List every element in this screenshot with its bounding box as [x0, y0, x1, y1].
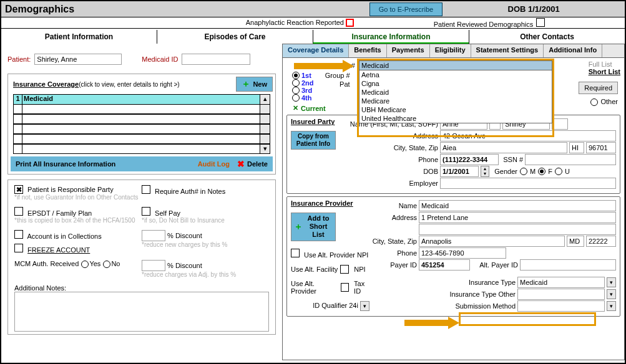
city-input[interactable] — [440, 142, 567, 153]
selfpay-checkbox[interactable] — [142, 207, 150, 216]
short-list-link[interactable]: Short List — [589, 68, 620, 75]
scroll-up-icon[interactable]: ▴ — [260, 95, 270, 104]
insurance-provider-title: Insurance Provider — [291, 199, 353, 207]
subtab-benefits[interactable]: Benefits — [349, 44, 386, 57]
prov-city-input[interactable] — [419, 236, 565, 247]
prov-state-input[interactable] — [567, 236, 584, 247]
mcm-yes-radio[interactable] — [81, 261, 89, 268]
require-auth-checkbox[interactable] — [142, 185, 150, 194]
insurance-option[interactable]: Aetna — [359, 70, 552, 79]
alt-payer-id-label: Alt. Payer ID — [472, 261, 518, 269]
freeze-checkbox[interactable] — [14, 244, 23, 252]
anaphylactic-checkbox[interactable] — [346, 19, 354, 27]
ip-dob-input[interactable] — [440, 166, 479, 177]
insurance-row[interactable] — [13, 104, 270, 114]
selfpay-label: Self Pay — [155, 209, 180, 217]
id-qualifier-dropdown[interactable]: ▾ — [360, 301, 369, 311]
gender-u-radio[interactable] — [555, 168, 562, 175]
subtab-payments[interactable]: Payments — [387, 44, 430, 57]
alt-payer-id-input[interactable] — [520, 259, 616, 271]
order-4th-radio[interactable] — [292, 94, 300, 102]
employer-input[interactable] — [440, 178, 616, 189]
prov-phone-input[interactable] — [419, 247, 506, 259]
responsible-party-checkbox[interactable]: ✖ — [14, 185, 23, 194]
freeze-label: FREEZE ACCOUNT — [27, 246, 90, 254]
delete-insurance-button[interactable]: ✖ Delete — [237, 159, 268, 169]
other-option[interactable]: Other — [590, 98, 618, 106]
plus-icon: ＋ — [294, 221, 303, 232]
alt-facility-checkbox[interactable] — [340, 265, 349, 274]
subtab-statement-settings[interactable]: Statement Settings — [471, 44, 544, 57]
zip-input[interactable] — [586, 142, 616, 153]
subtab-coverage-details[interactable]: Coverage Details — [283, 44, 349, 57]
discount1-input[interactable] — [142, 230, 165, 241]
full-list-link[interactable]: Full List — [589, 60, 620, 68]
medicaid-id-input[interactable] — [182, 54, 250, 65]
scroll-down-icon[interactable]: ▾ — [260, 145, 270, 153]
ssn-label: SSN # — [501, 156, 523, 163]
epsdt-checkbox[interactable] — [14, 207, 23, 216]
phone-label: Phone — [345, 156, 438, 163]
discount1-label: % Discount — [167, 232, 202, 239]
prov-address2-input[interactable] — [419, 224, 616, 235]
insurance-row[interactable] — [13, 124, 270, 134]
ssn-input[interactable] — [525, 154, 616, 165]
order-2nd-radio[interactable] — [292, 79, 300, 87]
tab-patient-info[interactable]: Patient Information — [1, 30, 157, 44]
insurance-type-other-select[interactable] — [517, 289, 605, 300]
insurance-option[interactable]: Medicaid — [359, 88, 552, 97]
dropdown-icon[interactable]: ▾ — [607, 289, 616, 299]
insurance-row[interactable] — [13, 134, 270, 144]
tab-episodes[interactable]: Episodes of Care — [157, 30, 313, 44]
suffix-input[interactable] — [552, 118, 568, 130]
order-1st-radio[interactable] — [292, 72, 300, 79]
audit-log-link[interactable]: Audit Log — [198, 160, 230, 168]
insurance-type-select[interactable] — [517, 277, 605, 288]
submission-method-select[interactable] — [517, 300, 605, 312]
dropdown-icon[interactable]: ▾ — [607, 301, 616, 311]
date-stepper-icon[interactable]: ▴▾ — [481, 166, 489, 177]
insurance-select[interactable]: Medicaid — [359, 60, 552, 70]
discount2-input[interactable] — [142, 260, 165, 271]
additional-notes-input[interactable] — [14, 292, 269, 332]
insurance-option[interactable]: Cigna — [359, 79, 552, 88]
prov-name-input[interactable] — [419, 200, 616, 211]
address-input[interactable] — [440, 130, 616, 141]
order-3rd-radio[interactable] — [292, 87, 300, 94]
anaphylactic-label: Anaphylactic Reaction Reported — [246, 19, 344, 26]
alt-provider-npi-checkbox[interactable] — [291, 249, 300, 257]
payer-id-input[interactable] — [419, 259, 470, 271]
tab-other-contacts[interactable]: Other Contacts — [469, 30, 625, 44]
go-to-eprescribe-button[interactable]: Go to E-Prescribe — [369, 2, 443, 16]
insurance-option[interactable]: UBH Medicare — [359, 105, 552, 114]
dropdown-icon[interactable]: ▾ — [607, 277, 616, 287]
gender-f-radio[interactable] — [538, 168, 545, 175]
state-input[interactable] — [569, 142, 584, 153]
options-panel: ✖ Patient is Responsible Party *if not, … — [7, 180, 276, 335]
mcm-no-radio[interactable] — [103, 261, 110, 268]
insurance-row[interactable]: ▾ — [13, 144, 270, 154]
insurance-option[interactable]: Medicare — [359, 97, 552, 105]
new-insurance-button[interactable]: ＋ New — [236, 77, 273, 92]
insured-party-title: Insured Party — [291, 118, 335, 125]
discount2-label: % Discount — [167, 262, 202, 269]
print-insurance-button[interactable]: Print All Insurance Information — [16, 160, 115, 168]
patient-name-input[interactable] — [34, 54, 122, 65]
epsdt-label: EPSDT / Family Plan — [27, 209, 92, 217]
phone-input[interactable] — [440, 154, 499, 165]
insurance-row[interactable]: 1 Medicaid ▴ — [13, 94, 270, 104]
gender-m-radio[interactable] — [520, 168, 527, 175]
subtab-additional-info[interactable]: Additional Info — [544, 44, 602, 57]
required-button[interactable]: Required — [579, 82, 618, 94]
alt-provider-checkbox[interactable] — [341, 283, 349, 292]
subtab-eligibility[interactable]: Eligibility — [430, 44, 471, 57]
copy-from-patient-button[interactable]: Copy from Patient Info — [291, 131, 336, 150]
reviewed-checkbox[interactable] — [536, 18, 545, 27]
collections-checkbox[interactable] — [14, 230, 23, 239]
prov-address-input[interactable] — [419, 212, 616, 223]
tab-insurance-info[interactable]: Insurance Information — [313, 30, 469, 44]
add-to-short-list-button[interactable]: ＋Add to Short List — [291, 213, 336, 241]
insurance-row[interactable] — [13, 114, 270, 124]
insurance-option[interactable]: United Healthcare — [359, 114, 552, 123]
prov-zip-input[interactable] — [586, 236, 616, 247]
